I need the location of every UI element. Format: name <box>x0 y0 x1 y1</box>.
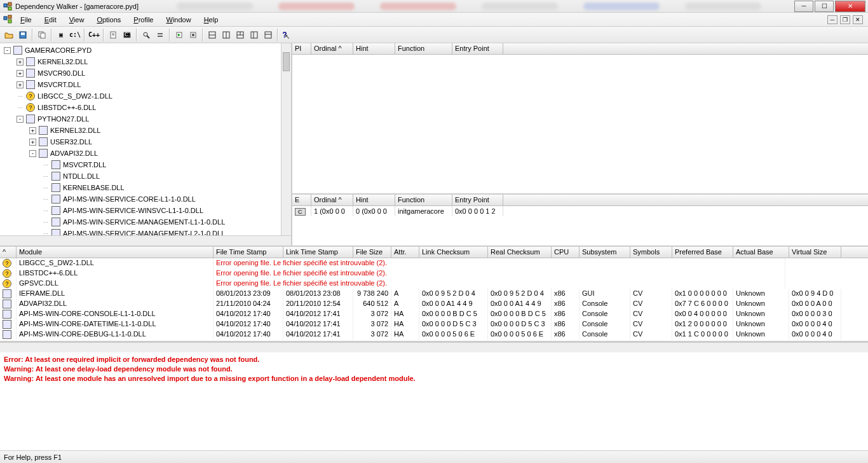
tree-node[interactable]: ⋯KERNELBASE.DLL <box>1 182 290 193</box>
column-header[interactable]: File Time Stamp <box>214 247 283 258</box>
column-header[interactable]: Link Time Stamp <box>283 247 353 258</box>
column-header[interactable]: File Size <box>353 247 391 258</box>
tree-label: API-MS-WIN-SERVICE-MANAGEMENT-L1-1-0.DLL <box>63 218 225 226</box>
imports-grid[interactable]: PIOrdinal ^HintFunctionEntry Point <box>292 43 868 195</box>
tree-node[interactable]: ⋯API-MS-WIN-SERVICE-MANAGEMENT-L1-1-0.DL… <box>1 216 290 228</box>
module-row[interactable]: API-MS-WIN-CORE-CONSOLE-L1-1-0.DLL04/10/… <box>0 309 868 319</box>
tree-node[interactable]: ⋯API-MS-WIN-SERVICE-CORE-L1-1-0.DLL <box>1 193 290 205</box>
menu-view[interactable]: View <box>64 15 90 25</box>
tree-node[interactable]: ⋯API-MS-WIN-SERVICE-WINSVC-L1-1-0.DLL <box>1 205 290 216</box>
tree-node[interactable]: ⋯API-MS-WIN-SERVICE-MANAGEMENT-L2-1-0.DL… <box>1 228 290 235</box>
column-header[interactable]: Real Checksum <box>488 247 552 258</box>
module-row[interactable]: API-MS-WIN-CORE-DATETIME-L1-1-0.DLL04/10… <box>0 319 868 329</box>
expand-toggle[interactable]: + <box>29 127 36 134</box>
column-header[interactable]: Function <box>395 43 452 54</box>
expand-toggle[interactable]: + <box>17 81 24 88</box>
syscmd-button[interactable]: c:\ <box>121 29 133 41</box>
tree-vscroll[interactable] <box>281 43 291 235</box>
module-row[interactable]: ?LIBGCC_S_DW2-1.DLLError opening file. L… <box>0 258 868 268</box>
menu-profile[interactable]: Profile <box>128 15 158 25</box>
column-header[interactable]: E <box>292 195 311 205</box>
module-row[interactable]: ?GPSVC.DLLError opening file. Le fichier… <box>0 279 868 289</box>
find-button[interactable] <box>140 29 153 41</box>
module-row[interactable]: API-MS-WIN-CORE-DEBUG-L1-1-0.DLL04/10/20… <box>0 329 868 340</box>
tree-node[interactable]: +USER32.DLL <box>1 136 290 148</box>
tree-node[interactable]: ⋯MSVCRT.DLL <box>1 159 290 170</box>
help-button[interactable]: ?↖ <box>281 29 294 41</box>
expand-toggle[interactable]: - <box>29 150 36 157</box>
tree-node[interactable]: ⋯?LIBGCC_S_DW2-1.DLL <box>1 90 290 102</box>
tree-node[interactable]: ⋯?LIBSTDC++-6.DLL <box>1 102 290 113</box>
stop-profile-button[interactable] <box>187 29 200 41</box>
menu-window[interactable]: Window <box>161 15 196 25</box>
module-tree[interactable]: -GAMERACORE.PYD+KERNEL32.DLL+MSVCR90.DLL… <box>0 43 291 235</box>
modules-list[interactable]: ^ModuleFile Time StampLink Time StampFil… <box>0 247 868 342</box>
layout3-button[interactable] <box>234 29 247 41</box>
expand-toggle[interactable]: - <box>17 116 24 123</box>
start-profile-button[interactable] <box>173 29 186 41</box>
save-button[interactable] <box>17 29 29 41</box>
column-header[interactable]: Virtual Size <box>789 247 841 258</box>
properties-button[interactable] <box>107 29 119 41</box>
undecorate-button[interactable]: C++ <box>88 29 100 41</box>
tree-node[interactable]: +MSVCR90.DLL <box>1 67 290 79</box>
column-header[interactable]: Preferred Base <box>672 247 733 258</box>
column-header[interactable]: ^ <box>0 247 17 258</box>
expand-toggle[interactable]: - <box>4 47 11 54</box>
column-header[interactable]: Link Checksum <box>419 247 488 258</box>
mdi-restore[interactable]: ❐ <box>840 15 850 24</box>
exports-grid[interactable]: EOrdinal ^HintFunctionEntry Point C1 (0x… <box>292 195 868 245</box>
export-row[interactable]: C1 (0x0 0 0 1 )0 (0x0 0 0 0 )initgamerac… <box>292 206 868 216</box>
menu-file[interactable]: File <box>15 15 37 25</box>
configure-button[interactable] <box>154 29 166 41</box>
layout2-button[interactable] <box>220 29 233 41</box>
layout4-button[interactable] <box>248 29 261 41</box>
column-header[interactable]: CPU <box>552 247 580 258</box>
tree-node[interactable]: +MSVCRT.DLL <box>1 79 290 90</box>
autoexpand-button[interactable]: ▣ <box>55 29 67 41</box>
mdi-close[interactable]: ✕ <box>853 15 863 24</box>
tree-node[interactable]: -GAMERACORE.PYD <box>1 45 290 56</box>
layout5-button[interactable] <box>262 29 275 41</box>
open-button[interactable] <box>3 29 15 41</box>
log-pane[interactable]: Error: At least one required implicit or… <box>0 352 868 450</box>
tree-label: LIBSTDC++-6.DLL <box>37 104 96 111</box>
module-row[interactable]: ?LIBSTDC++-6.DLLError opening file. Le f… <box>0 268 868 279</box>
copy-button[interactable] <box>36 29 48 41</box>
column-header[interactable]: Ordinal ^ <box>311 195 353 205</box>
column-header[interactable]: Hint <box>353 43 395 54</box>
tree-node[interactable]: -ADVAPI32.DLL <box>1 148 290 159</box>
expand-toggle[interactable]: + <box>29 139 36 146</box>
column-header[interactable]: PI <box>292 43 311 54</box>
column-header[interactable]: Subsystem <box>580 247 630 258</box>
column-header[interactable]: Ordinal ^ <box>311 43 353 54</box>
module-row[interactable]: IEFRAME.DLL08/01/2013 23:0908/01/2013 23… <box>0 289 868 299</box>
menu-edit[interactable]: Edit <box>39 15 62 25</box>
module-row[interactable]: ADVAPI32.DLL21/11/2010 04:2420/11/2010 1… <box>0 299 868 309</box>
column-header[interactable]: Function <box>395 195 452 205</box>
maximize-button[interactable]: ☐ <box>815 1 834 12</box>
modules-hscroll[interactable] <box>0 342 868 352</box>
column-header[interactable]: Symbols <box>630 247 672 258</box>
expand-toggle[interactable]: + <box>17 70 24 77</box>
tree-hscroll[interactable] <box>0 235 291 245</box>
column-header[interactable]: Module <box>17 247 214 258</box>
minimize-button[interactable]: ─ <box>794 1 813 12</box>
tree-node[interactable]: +KERNEL32.DLL <box>1 56 290 67</box>
menu-options[interactable]: Options <box>92 15 126 25</box>
mdi-minimize[interactable]: ─ <box>827 15 837 24</box>
close-button[interactable]: ✕ <box>835 1 865 12</box>
expand-toggle[interactable]: + <box>17 59 24 66</box>
column-header[interactable]: Entry Point <box>452 195 503 205</box>
column-header[interactable]: Actual Base <box>733 247 789 258</box>
layout1-button[interactable] <box>206 29 219 41</box>
column-header[interactable]: Hint <box>353 195 395 205</box>
tree-node[interactable]: +KERNEL32.DLL <box>1 125 290 136</box>
tree-node[interactable]: -PYTHON27.DLL <box>1 113 290 125</box>
column-header[interactable]: Entry Point <box>452 43 503 54</box>
column-header[interactable]: Attr. <box>391 247 419 258</box>
menu-help[interactable]: Help <box>199 15 224 25</box>
app-icon <box>3 1 13 11</box>
tree-node[interactable]: ⋯NTDLL.DLL <box>1 170 290 182</box>
fullpaths-button[interactable]: c:\ <box>69 29 81 41</box>
